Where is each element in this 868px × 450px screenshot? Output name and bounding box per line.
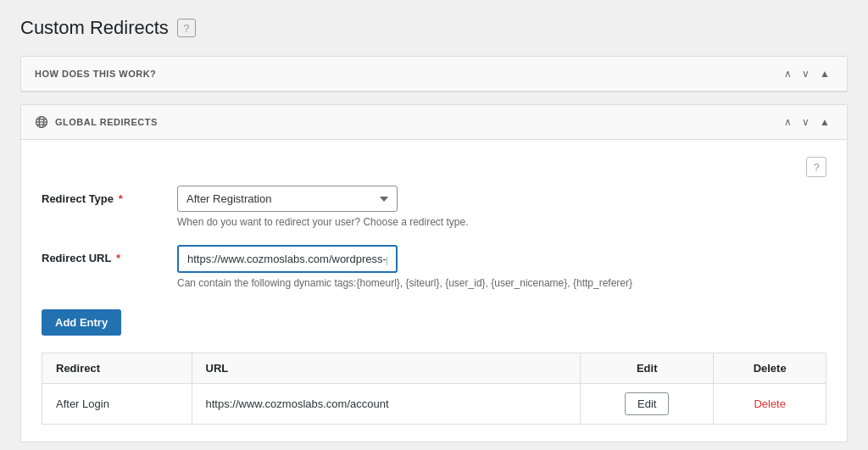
global-redirects-section: GLOBAL REDIRECTS ∧ ∨ ▲ ? Redirect Type *… bbox=[20, 104, 848, 442]
global-redirects-up-btn[interactable]: ∧ bbox=[781, 115, 795, 129]
global-redirects-down-btn[interactable]: ∨ bbox=[798, 115, 813, 129]
redirect-type-select[interactable]: After Registration After Login After Log… bbox=[177, 186, 398, 212]
add-entry-button[interactable]: Add Entry bbox=[42, 309, 121, 336]
table-cell-url: https://www.cozmoslabs.com/account bbox=[192, 384, 581, 425]
how-does-it-work-up-btn[interactable]: ∧ bbox=[781, 67, 795, 81]
col-delete: Delete bbox=[714, 353, 826, 384]
delete-link[interactable]: Delete bbox=[754, 397, 786, 410]
help-icon-container: ? bbox=[42, 157, 826, 177]
col-redirect: Redirect bbox=[42, 353, 192, 384]
how-does-it-work-down-btn[interactable]: ∨ bbox=[798, 67, 813, 81]
page-title: Custom Redirects bbox=[20, 17, 169, 39]
page-info-icon[interactable]: ? bbox=[177, 19, 196, 37]
globe-icon bbox=[35, 115, 48, 129]
table-cell-edit: Edit bbox=[581, 384, 714, 425]
global-redirects-label: GLOBAL REDIRECTS bbox=[55, 117, 158, 127]
redirect-type-row: Redirect Type * After Registration After… bbox=[42, 186, 826, 228]
how-does-it-work-controls: ∧ ∨ ▲ bbox=[781, 67, 833, 81]
table-header-row: Redirect URL Edit Delete bbox=[42, 353, 826, 384]
redirect-url-input[interactable] bbox=[177, 245, 398, 273]
redirect-type-hint: When do you want to redirect your user? … bbox=[177, 216, 826, 228]
how-does-it-work-section: HOW DOES THIS WORK? ∧ ∨ ▲ bbox=[20, 56, 848, 92]
global-redirects-controls: ∧ ∨ ▲ bbox=[781, 115, 833, 129]
redirect-url-row: Redirect URL * Can contain the following… bbox=[42, 245, 826, 289]
global-redirects-expand-btn[interactable]: ▲ bbox=[816, 115, 833, 129]
how-does-it-work-label: HOW DOES THIS WORK? bbox=[35, 69, 156, 79]
how-does-it-work-header[interactable]: HOW DOES THIS WORK? ∧ ∨ ▲ bbox=[21, 57, 847, 92]
help-icon[interactable]: ? bbox=[806, 157, 826, 177]
how-does-it-work-expand-btn[interactable]: ▲ bbox=[816, 67, 833, 81]
redirect-url-field: Can contain the following dynamic tags:{… bbox=[177, 245, 826, 289]
edit-button[interactable]: Edit bbox=[625, 392, 669, 415]
col-url: URL bbox=[192, 353, 581, 384]
global-redirects-body: ? Redirect Type * After Registration Aft… bbox=[21, 140, 847, 442]
page-title-row: Custom Redirects ? bbox=[20, 17, 848, 39]
redirect-url-hint: Can contain the following dynamic tags:{… bbox=[177, 277, 826, 289]
table-cell-delete: Delete bbox=[714, 384, 826, 425]
redirect-type-label: Redirect Type * bbox=[42, 186, 177, 205]
global-redirects-header[interactable]: GLOBAL REDIRECTS ∧ ∨ ▲ bbox=[21, 105, 847, 140]
redirects-table: Redirect URL Edit Delete After Login htt… bbox=[42, 353, 826, 425]
table-row: After Login https://www.cozmoslabs.com/a… bbox=[42, 384, 826, 425]
table-cell-redirect: After Login bbox=[42, 384, 192, 425]
redirect-type-field: After Registration After Login After Log… bbox=[177, 186, 826, 228]
col-edit: Edit bbox=[581, 353, 714, 384]
redirect-url-label: Redirect URL * bbox=[42, 245, 177, 264]
